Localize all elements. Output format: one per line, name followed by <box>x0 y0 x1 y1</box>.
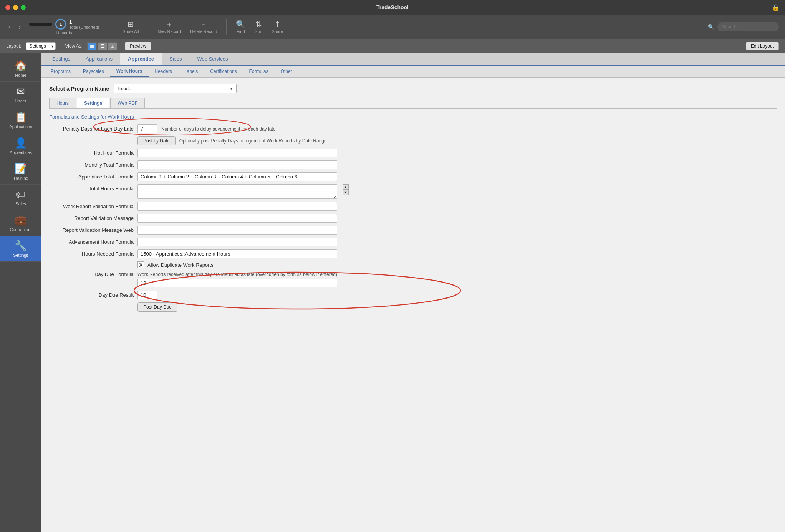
allow-duplicate-label: Allow Duplicate Work Reports <box>147 262 214 268</box>
report-validation-msg-row: Report Validation Message <box>49 214 777 223</box>
sub-tab-headers[interactable]: Headers <box>149 66 178 77</box>
view-form-button[interactable]: ▦ <box>87 42 97 50</box>
day-due-formula-input[interactable] <box>137 279 337 287</box>
penalty-days-input[interactable] <box>137 124 157 133</box>
program-select[interactable]: Inside <box>114 84 237 93</box>
sub-tab-labels[interactable]: Labels <box>178 66 204 77</box>
toolbar: ‹ › 1 1 Total (Unsorted) Records ⊞ Show … <box>0 15 785 39</box>
sidebar-item-sales[interactable]: 🏷 Sales <box>0 185 41 210</box>
sub-tab-programs[interactable]: Programs <box>45 66 77 77</box>
tab-apprentice[interactable]: Apprentice <box>120 53 162 66</box>
delete-record-icon: － <box>200 20 207 28</box>
record-slider[interactable] <box>29 23 52 26</box>
post-day-due-row: Post Day Due <box>137 302 777 312</box>
new-record-icon: ＋ <box>166 20 173 28</box>
sub-tab-certifications[interactable]: Certifications <box>204 66 243 77</box>
sidebar-label-applications: Applications <box>9 124 32 129</box>
total-hours-scrollbar: ▲ ▼ <box>343 184 349 195</box>
layout-select[interactable]: Settings <box>26 42 56 50</box>
sidebar-item-training[interactable]: 📝 Training <box>0 159 41 185</box>
record-status: Total (Unsorted) <box>69 25 99 30</box>
sidebar-label-contractors: Contractors <box>10 227 32 232</box>
back-button[interactable]: ‹ <box>6 21 13 33</box>
scroll-down-arrow[interactable]: ▼ <box>343 190 349 195</box>
show-all-button[interactable]: ⊞ Show All <box>118 19 143 35</box>
share-button[interactable]: ⬆ Share <box>267 19 288 35</box>
record-count-num: 1 <box>60 22 62 26</box>
tab-applications[interactable]: Applications <box>78 53 120 66</box>
hot-hour-input[interactable] <box>137 149 337 157</box>
layout-label: Layout: <box>6 43 21 49</box>
hours-needed-input[interactable] <box>137 249 337 258</box>
forward-button[interactable]: › <box>16 21 23 33</box>
find-button[interactable]: 🔍 Find <box>231 19 250 35</box>
inner-tab-hours[interactable]: Hours <box>49 98 76 108</box>
preview-button[interactable]: Preview <box>125 42 151 50</box>
form-area: Select a Program Name Inside Hours Setti… <box>41 78 785 532</box>
day-due-formula-helper: Work Reports received after this day are… <box>137 272 777 277</box>
apprentice-total-input[interactable] <box>137 172 337 181</box>
sidebar-item-home[interactable]: 🏠 Home <box>0 56 41 82</box>
tab-web-services[interactable]: Web Services <box>190 53 236 66</box>
sort-button[interactable]: ⇅ Sort <box>250 19 267 35</box>
record-count-circle: 1 <box>55 19 66 30</box>
sort-label: Sort <box>255 29 262 34</box>
scroll-up-arrow[interactable]: ▲ <box>343 184 349 190</box>
view-table-button[interactable]: ⊞ <box>108 42 117 50</box>
total-hours-input[interactable] <box>137 184 337 199</box>
monthly-total-label: Monthly Total Formula <box>49 162 134 168</box>
maximize-button[interactable] <box>21 5 26 10</box>
sub-tab-other[interactable]: Other <box>275 66 298 77</box>
report-validation-msg-input[interactable] <box>137 214 337 223</box>
minimize-button[interactable] <box>13 5 18 10</box>
search-input[interactable] <box>717 22 779 31</box>
view-list-button[interactable]: ☰ <box>98 42 107 50</box>
day-due-result-input[interactable] <box>137 291 157 299</box>
total-hours-label: Total Hours Formula <box>49 184 134 192</box>
sidebar-item-settings[interactable]: 🔧 Settings <box>0 236 41 262</box>
sidebar-label-settings: Settings <box>13 253 28 258</box>
main-layout: 🏠 Home ✉ Users 📋 Applications 👤 Apprenti… <box>0 53 785 532</box>
sidebar-item-apprentices[interactable]: 👤 Apprentices <box>0 133 41 159</box>
contractors-icon: 💼 <box>15 214 27 226</box>
monthly-total-input[interactable] <box>137 160 337 169</box>
total-hours-row: Total Hours Formula ▲ ▼ <box>49 184 777 199</box>
allow-duplicate-checkbox[interactable]: X <box>137 261 144 268</box>
new-record-button[interactable]: ＋ New Record <box>153 19 185 35</box>
advancement-hours-input[interactable] <box>137 238 337 246</box>
search-icon: 🔍 <box>708 24 714 30</box>
day-due-formula-row: Day Due Formula Work Reports received af… <box>49 271 777 277</box>
inner-tab-settings[interactable]: Settings <box>77 98 109 108</box>
work-report-validation-input[interactable] <box>137 202 337 211</box>
sidebar-item-contractors[interactable]: 💼 Contractors <box>0 210 41 236</box>
sub-tab-payscales[interactable]: Payscales <box>77 66 110 77</box>
section-link[interactable]: Formulas and Settings for Work Hours <box>49 114 134 120</box>
day-due-formula-label: Day Due Formula <box>49 271 134 277</box>
show-all-icon: ⊞ <box>128 20 134 28</box>
work-report-validation-row: Work Report Validation Formula <box>49 202 777 211</box>
close-button[interactable] <box>5 5 10 10</box>
edit-layout-button[interactable]: Edit Layout <box>746 42 779 50</box>
sidebar-label-home: Home <box>15 73 26 78</box>
tab-sales[interactable]: Sales <box>162 53 190 66</box>
advancement-hours-row: Advancement Hours Formula <box>49 238 777 246</box>
post-day-due-button[interactable]: Post Day Due <box>137 302 177 312</box>
sidebar-item-applications[interactable]: 📋 Applications <box>0 107 41 133</box>
delete-record-button[interactable]: － Delete Record <box>185 19 222 35</box>
day-due-result-row: Day Due Result <box>49 291 777 299</box>
sidebar-item-users[interactable]: ✉ Users <box>0 82 41 107</box>
report-validation-web-input[interactable] <box>137 226 337 235</box>
sub-tab-work-hours[interactable]: Work Hours <box>110 66 149 77</box>
sub-tab-formulas[interactable]: Formulas <box>243 66 275 77</box>
share-icon: ⬆ <box>274 20 281 28</box>
penalty-days-row: Penalty Days for Each Day Late Number of… <box>49 124 777 133</box>
report-validation-web-row: Report Validation Message Web <box>49 226 777 235</box>
tab-settings[interactable]: Settings <box>45 53 78 66</box>
inner-tab-web-pdf[interactable]: Web PDF <box>110 98 145 108</box>
toolbar-sep-1 <box>113 19 113 35</box>
post-by-date-row: Post by Date Optionally post Penalty Day… <box>137 136 777 145</box>
record-info: 1 Total (Unsorted) <box>69 19 99 30</box>
apprentice-total-row: Apprentice Total Formula <box>49 172 777 181</box>
main-tab-row: Settings Applications Apprentice Sales W… <box>41 53 785 66</box>
post-by-date-button[interactable]: Post by Date <box>137 136 176 145</box>
